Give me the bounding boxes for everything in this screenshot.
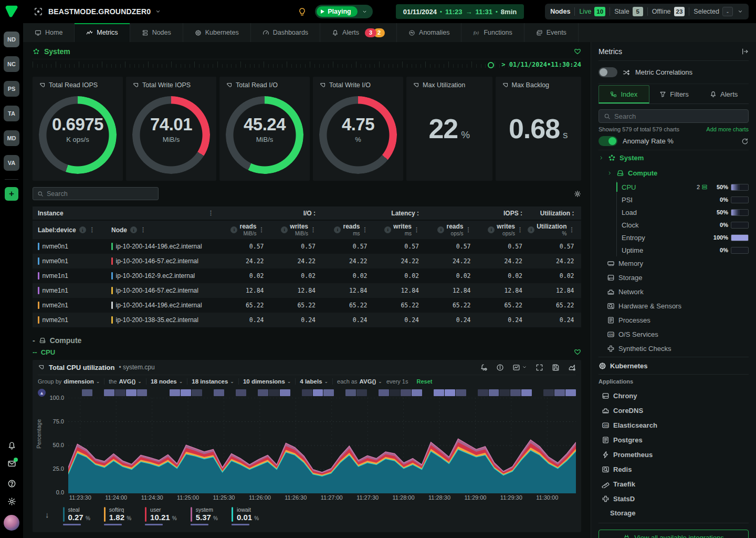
app-item-coredns[interactable]: CoreDNS — [598, 403, 749, 418]
group-latency[interactable]: Latency : — [321, 210, 424, 217]
info-icon[interactable]: i — [488, 226, 495, 233]
group-instance[interactable]: Instance⋮ — [33, 210, 217, 217]
col-reads-opss[interactable]: ireadsops/s⋮ — [424, 223, 476, 236]
tree-leaf-clock[interactable]: Clock0% — [622, 219, 749, 231]
col-writes-ms[interactable]: iwritesms⋮ — [373, 223, 425, 236]
sidebar-tab-index[interactable]: Index — [598, 85, 649, 104]
playing-pill[interactable]: Playing — [317, 6, 357, 17]
date-range-picker[interactable]: 01/11/2024 • 11:23 → 11:31 • 8min — [396, 4, 524, 19]
app-item-statsd[interactable]: StatsD — [598, 491, 749, 506]
workspace-avatar[interactable]: MD — [4, 130, 19, 146]
tab-dashboards[interactable]: Dashboards — [251, 23, 320, 42]
heart-icon[interactable] — [574, 48, 581, 55]
aggregate-dropdown[interactable]: theAVG()⌄ — [109, 378, 146, 385]
reset-icon[interactable] — [741, 138, 749, 145]
column-menu-icon[interactable]: ⋮ — [89, 226, 94, 233]
tree-item-memory[interactable]: Memory — [598, 256, 749, 271]
tree-item-synthetic-checks[interactable]: Synthetic Checks — [598, 342, 749, 356]
workspace-avatar[interactable]: ND — [4, 32, 19, 47]
legend-item-steal[interactable]: steal0.27 % — [63, 507, 90, 522]
col-writes-MiBs[interactable]: iwritesMiB/s⋮ — [269, 223, 321, 236]
column-menu-icon[interactable]: ⋮ — [569, 226, 574, 233]
chevron-down-icon[interactable] — [362, 9, 368, 15]
tree-item-o-s-services[interactable]: O/S Services — [598, 327, 749, 342]
col-writes-opss[interactable]: iwritesops/s⋮ — [476, 223, 528, 236]
group-by-dropdown[interactable]: Group bydimension⌄ — [38, 378, 104, 385]
timeline-marker[interactable] — [488, 62, 494, 68]
netdata-logo-icon[interactable] — [0, 0, 23, 23]
app-item-postgres[interactable]: Postgres — [598, 432, 749, 447]
tab-nodes[interactable]: Nodes — [130, 23, 183, 42]
sidebar-search-input[interactable]: Search — [598, 109, 749, 123]
gauge-card-total-write-i-o[interactable]: Total Write I/O4.75% — [313, 77, 403, 181]
table-row[interactable]: nvme1n1ip-10-200-162-9.ec2.internal0.020… — [33, 268, 581, 283]
nodes-dropdown[interactable]: 18 nodes⌄ — [151, 378, 187, 385]
collapse-sidebar-icon[interactable] — [741, 48, 749, 55]
info-icon[interactable]: i — [334, 226, 341, 233]
nodes-summary-panel[interactable]: Nodes Live 10 Stale 5 Offline 23 Selecte… — [545, 4, 749, 19]
column-menu-icon[interactable]: ⋮ — [466, 226, 471, 233]
workspace-avatar[interactable]: PS — [4, 81, 19, 97]
legend-item-iowait[interactable]: iowait0.01 % — [232, 507, 259, 522]
gauge-card-max-backlog[interactable]: Max Backlog0.68s — [496, 77, 582, 181]
column-menu-icon[interactable]: ⋮ — [517, 226, 522, 233]
column-menu-icon[interactable]: ⋮ — [362, 226, 368, 233]
add-workspace-button[interactable]: + — [5, 187, 18, 201]
tab-metrics[interactable]: Metrics — [75, 23, 130, 42]
dimensions-dropdown[interactable]: 10 dimensions⌄ — [243, 378, 296, 385]
legend-item-user[interactable]: user10.21 % — [145, 507, 177, 522]
info-icon[interactable]: i — [528, 226, 534, 233]
gauge-card-total-write-iops[interactable]: Total Write IOPS74.01MiB/s — [126, 77, 216, 181]
help-icon[interactable] — [7, 479, 16, 488]
info-icon[interactable] — [496, 364, 504, 371]
workspace-name[interactable]: BEASTMODE.GROUNDZER0 — [48, 7, 151, 16]
chart-type-picker[interactable] — [512, 364, 527, 371]
tab-home[interactable]: Home — [23, 23, 75, 42]
save-chart-icon[interactable] — [552, 364, 560, 371]
anomaly-rate-toggle[interactable] — [598, 136, 617, 146]
tree-item-system[interactable]: System — [598, 150, 749, 165]
tree-leaf-cpu[interactable]: CPU250% — [622, 181, 749, 193]
col-reads-MiBs[interactable]: ireadsMiB/s⋮ — [217, 223, 269, 236]
workspace-avatar[interactable]: NC — [4, 56, 19, 72]
tab-functions[interactable]: Functions — [461, 23, 524, 42]
heart-icon[interactable] — [574, 348, 581, 356]
tab-kubernetes[interactable]: Kubernetes — [183, 23, 251, 42]
info-icon[interactable]: i — [437, 226, 444, 233]
legend-item-system[interactable]: system5.37 % — [191, 507, 218, 522]
add-more-charts-link[interactable]: Add more charts — [706, 126, 749, 132]
tree-item-storage-group[interactable]: Storage — [598, 506, 749, 520]
user-avatar[interactable] — [4, 515, 19, 531]
reset-button[interactable]: Reset — [416, 378, 432, 385]
table-search-input[interactable]: Search — [33, 187, 159, 200]
notifications-bell-icon[interactable] — [7, 441, 16, 450]
play-state-control[interactable]: Playing — [315, 5, 372, 18]
column-menu-icon[interactable]: ⋮ — [310, 226, 316, 233]
info-icon[interactable]: i — [130, 226, 137, 233]
timeline-ruler[interactable]: > 01/11/2024•11:30:24 — [33, 59, 581, 71]
app-item-prometheus[interactable]: Prometheus — [598, 447, 749, 462]
group-utilization[interactable]: Utilization : — [528, 210, 580, 217]
table-row[interactable]: nvme0n1ip-10-200-144-196.ec2.internal0.5… — [33, 239, 581, 254]
cpu-subsection-header[interactable]: -- CPU — [33, 346, 581, 358]
info-icon[interactable]: i — [79, 226, 86, 233]
workspace-avatar[interactable]: TA — [4, 106, 19, 121]
tree-item-storage[interactable]: Storage — [598, 271, 749, 285]
app-item-chrony[interactable]: Chrony — [598, 388, 749, 403]
tree-leaf-entropy[interactable]: Entropy100% — [622, 231, 749, 244]
workspace-avatar[interactable]: VA — [4, 155, 19, 171]
each-as-dropdown[interactable]: each asAVG()⌄ every 1s — [337, 378, 412, 385]
tab-alerts[interactable]: Alerts32 — [320, 23, 397, 42]
tree-item-compute[interactable]: Compute — [607, 165, 749, 181]
tree-item-processes[interactable]: Processes — [598, 313, 749, 327]
area-chart-settings-icon[interactable] — [568, 364, 576, 371]
compute-section-header[interactable]: - Compute — [33, 335, 581, 346]
col-reads-ms[interactable]: ireadsms⋮ — [321, 223, 373, 236]
inbox-icon[interactable] — [7, 459, 16, 470]
view-integrations-button[interactable]: View all available integrations — [598, 530, 749, 538]
col-label-device[interactable]: Label:devicei⋮ — [33, 226, 106, 234]
info-icon[interactable]: i — [230, 226, 237, 233]
info-icon[interactable]: i — [281, 226, 288, 233]
labels-dropdown[interactable]: 4 labels⌄ — [300, 378, 333, 385]
column-menu-icon[interactable]: ⋮ — [259, 226, 264, 233]
